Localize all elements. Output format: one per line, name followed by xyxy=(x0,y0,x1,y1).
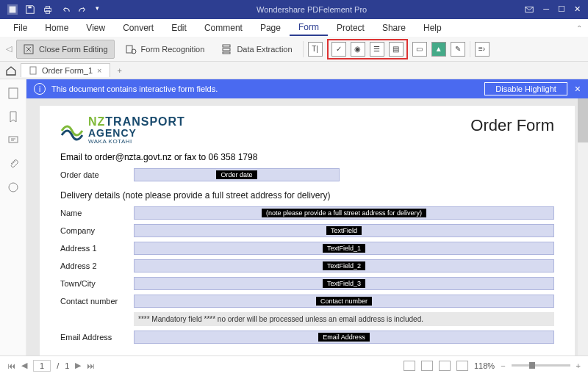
address2-field[interactable]: TextField_2 xyxy=(134,259,554,272)
vertical-scrollbar[interactable] xyxy=(578,98,588,355)
app-logo-icon xyxy=(7,4,18,15)
search-panel-icon[interactable] xyxy=(7,181,20,194)
listbox-tool-icon[interactable]: ☰ xyxy=(370,42,384,57)
menu-file[interactable]: File xyxy=(4,21,36,35)
signature-tool-icon[interactable]: ✎ xyxy=(451,42,465,57)
doc-icon xyxy=(29,66,37,75)
menu-share[interactable]: Share xyxy=(373,21,415,35)
comments-icon[interactable] xyxy=(7,134,20,147)
svg-rect-12 xyxy=(30,67,36,74)
zoom-slider[interactable] xyxy=(512,364,570,367)
close-tab-icon[interactable]: × xyxy=(97,66,101,75)
data-extract-icon xyxy=(220,43,232,55)
two-page-view-icon[interactable] xyxy=(439,361,451,371)
image-tool-icon[interactable]: ▲ xyxy=(431,42,446,57)
page-title: Order Form xyxy=(470,116,554,135)
tab-title: Order Form_1 xyxy=(42,66,93,75)
text-field-tool-icon[interactable]: T| xyxy=(308,42,323,57)
page-current[interactable]: 1 xyxy=(33,360,51,372)
print-icon[interactable] xyxy=(43,4,53,15)
minimize-icon[interactable]: ─ xyxy=(543,4,549,15)
qat-dropdown-icon[interactable]: ▾ xyxy=(96,4,99,15)
menu-convert[interactable]: Convert xyxy=(114,21,162,35)
checkbox-tool-icon[interactable]: ✓ xyxy=(331,42,346,57)
menu-form[interactable]: Form xyxy=(290,20,328,36)
last-page-icon[interactable]: ⏭ xyxy=(87,361,95,370)
disable-highlight-button[interactable]: Disable Highlight xyxy=(484,82,567,95)
button-tool-icon[interactable]: ▭ xyxy=(412,42,427,57)
separator xyxy=(303,41,304,57)
two-page-continuous-icon[interactable] xyxy=(456,361,468,371)
close-form-editing-button[interactable]: Close Form Editing xyxy=(16,40,115,59)
zoom-in-icon[interactable]: + xyxy=(576,361,581,370)
pdf-page: NZTRANSPORT AGENCY WAKA KOTAHI Order For… xyxy=(40,106,575,355)
scroll-thumb[interactable] xyxy=(578,98,588,142)
svg-rect-3 xyxy=(46,7,49,9)
workarea: i This document contains interactive for… xyxy=(0,79,588,355)
undo-icon[interactable] xyxy=(60,4,71,15)
address1-field[interactable]: TextField_1 xyxy=(134,242,554,255)
radio-tool-icon[interactable]: ◉ xyxy=(351,42,365,57)
close-window-icon[interactable]: ✕ xyxy=(574,4,581,15)
contact-field[interactable]: Contact number xyxy=(134,295,554,308)
page-total: 1 xyxy=(65,361,69,370)
svg-point-15 xyxy=(9,183,18,192)
menu-protect[interactable]: Protect xyxy=(328,21,373,35)
attachments-icon[interactable] xyxy=(7,157,20,170)
save-icon[interactable] xyxy=(25,4,35,15)
email-field[interactable]: Email Address xyxy=(134,331,554,344)
maximize-icon[interactable]: ☐ xyxy=(558,4,565,15)
info-icon: i xyxy=(34,83,46,95)
menubar: File Home View Convert Edit Comment Page… xyxy=(0,19,588,37)
next-page-icon[interactable]: ▶ xyxy=(75,361,81,370)
first-page-icon[interactable]: ⏮ xyxy=(7,361,15,370)
new-tab-icon[interactable]: + xyxy=(113,66,126,75)
form-recognition-button[interactable]: Form Recognition xyxy=(119,40,211,58)
thumbnails-icon[interactable] xyxy=(7,87,20,100)
order-date-label: Order date xyxy=(60,170,134,179)
email-instruction: Email to order@nzta.govt.nz or fax to 06… xyxy=(60,152,554,162)
nzta-logo: NZTRANSPORT AGENCY WAKA KOTAHI xyxy=(60,116,185,145)
data-extraction-button[interactable]: Data Extraction xyxy=(215,40,298,58)
menu-page[interactable]: Page xyxy=(251,21,290,35)
order-date-field[interactable]: Order date xyxy=(134,168,340,181)
close-form-icon xyxy=(23,43,35,55)
name-field[interactable]: (note please provide a full street addre… xyxy=(134,206,554,220)
combobox-tool-icon[interactable]: ▤ xyxy=(389,42,404,57)
info-banner: i This document contains interactive for… xyxy=(26,79,588,98)
redo-icon[interactable] xyxy=(78,4,88,15)
sidebar xyxy=(0,79,26,355)
menu-view[interactable]: View xyxy=(77,21,114,35)
collapse-ribbon-icon[interactable]: ⌃ xyxy=(576,24,582,32)
mail-icon[interactable] xyxy=(524,4,534,15)
menu-help[interactable]: Help xyxy=(415,21,451,35)
statusbar: ⏮ ◀ 1 / 1 ▶ ⏭ 118% − + xyxy=(0,355,588,375)
document-tab[interactable]: Order Form_1 × xyxy=(21,63,110,77)
close-banner-icon[interactable]: × xyxy=(575,83,581,95)
mandatory-note: **** Mandatory field **** no order will … xyxy=(134,312,554,326)
svg-rect-10 xyxy=(223,48,230,51)
town-field[interactable]: TextField_3 xyxy=(134,277,554,290)
titlebar: ▾ Wondershare PDFelement Pro ─ ☐ ✕ xyxy=(0,0,588,19)
menu-home[interactable]: Home xyxy=(36,21,77,35)
continuous-view-icon[interactable] xyxy=(421,361,433,371)
bookmarks-icon[interactable] xyxy=(7,110,20,123)
company-field[interactable]: TextField xyxy=(134,224,554,237)
zoom-out-icon[interactable]: − xyxy=(501,361,505,370)
home-icon[interactable] xyxy=(4,64,18,77)
app-title: Wondershare PDFelement Pro xyxy=(107,5,517,14)
form-recog-icon xyxy=(125,43,137,55)
delivery-section-title: Delivery details (note please provide a … xyxy=(60,190,554,201)
svg-rect-13 xyxy=(9,88,18,98)
single-page-view-icon[interactable] xyxy=(404,361,415,371)
back-icon[interactable]: ◁ xyxy=(6,44,12,54)
prev-page-icon[interactable]: ◀ xyxy=(21,361,27,370)
canvas: i This document contains interactive for… xyxy=(26,79,588,355)
ribbon: ◁ Close Form Editing Form Recognition Da… xyxy=(0,37,588,62)
separator xyxy=(470,41,470,57)
more-tool-icon[interactable]: ≡› xyxy=(475,42,490,57)
menu-comment[interactable]: Comment xyxy=(196,21,251,35)
form-tools-highlight: ✓ ◉ ☰ ▤ xyxy=(327,39,408,59)
menu-edit[interactable]: Edit xyxy=(162,21,196,35)
zoom-level: 118% xyxy=(474,361,495,370)
